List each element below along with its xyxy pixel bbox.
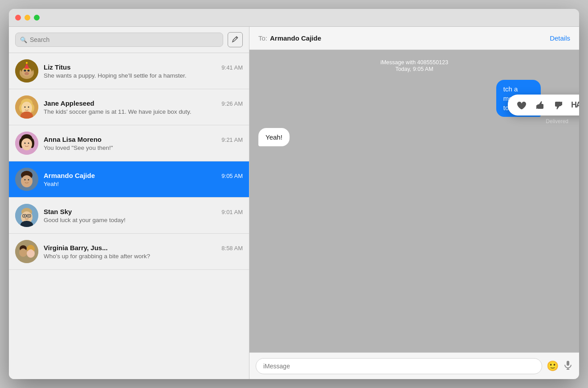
conv-info-anna-lisa-moreno: Anna Lisa Moreno 9:21 AM You loved "See …	[44, 136, 243, 151]
conv-name: Virginia Barry, Jus...	[44, 244, 108, 252]
conversation-item-stan-sky[interactable]: Stan Sky 9:01 AM Good luck at your game …	[9, 198, 249, 234]
message-bubble-received: Yeah!	[258, 128, 290, 146]
conv-name: Liz Titus	[44, 63, 71, 71]
tapback-popup: HAHA !! ?	[508, 95, 579, 116]
svg-rect-51	[567, 361, 569, 366]
audio-button[interactable]	[563, 360, 573, 372]
chat-messages: iMessage with 4085550123 Today, 9:05 AM	[249, 50, 579, 352]
conversation-item-jane-appleseed[interactable]: Jane Appleseed 9:26 AM The kids' soccer …	[9, 89, 249, 125]
chat-date: Today, 9:05 AM	[258, 66, 570, 72]
to-label: To:	[258, 34, 267, 42]
microphone-icon	[563, 360, 573, 372]
conv-name: Armando Cajide	[44, 172, 95, 179]
svg-point-50	[27, 249, 34, 257]
conversation-item-liz-titus[interactable]: Liz Titus 9:41 AM She wants a puppy. Hop…	[9, 53, 249, 89]
avatar-liz-titus	[15, 59, 38, 83]
svg-point-47	[20, 248, 27, 256]
svg-point-25	[21, 138, 32, 150]
conv-info-stan-sky: Stan Sky 9:01 AM Good luck at your game …	[44, 208, 243, 223]
emoji-icon: 🙂	[547, 360, 559, 372]
conv-info-virginia-barry: Virginia Barry, Jus... 8:58 AM Who's up …	[44, 244, 243, 260]
avatar-stan-sky	[15, 204, 38, 227]
tapback-heart-icon[interactable]	[515, 99, 527, 111]
message-input[interactable]	[256, 358, 542, 374]
minimize-button[interactable]	[24, 15, 30, 21]
search-bar[interactable]: 🔍	[15, 33, 223, 47]
svg-point-31	[21, 175, 32, 187]
conversation-item-anna-lisa-moreno[interactable]: Anna Lisa Moreno 9:21 AM You loved "See …	[9, 125, 249, 161]
emoji-button[interactable]: 🙂	[547, 360, 559, 372]
close-button[interactable]	[15, 15, 21, 21]
conv-name: Stan Sky	[44, 208, 72, 215]
details-button[interactable]: Details	[550, 34, 570, 42]
conv-name: Jane Appleseed	[44, 99, 94, 107]
sidebar-header: 🔍	[9, 27, 249, 53]
chat-input-area: 🙂	[249, 352, 579, 379]
conv-info-jane-appleseed: Jane Appleseed 9:26 AM The kids' soccer …	[44, 99, 243, 115]
conv-time: 9:41 AM	[221, 64, 243, 71]
conv-preview: The kids' soccer game is at 11. We have …	[44, 108, 243, 115]
search-icon: 🔍	[20, 37, 27, 43]
svg-point-26	[24, 143, 26, 144]
conversation-item-armando-cajide[interactable]: Armando Cajide 9:05 AM Yeah!	[9, 161, 249, 198]
svg-point-27	[28, 143, 29, 144]
conv-name: Anna Lisa Moreno	[44, 136, 102, 143]
message-row-received: Yeah!	[258, 128, 570, 146]
sidebar: 🔍	[9, 27, 249, 379]
chat-recipient-name: Armando Cajide	[270, 34, 321, 42]
title-bar	[9, 9, 579, 27]
search-input[interactable]	[30, 36, 218, 43]
svg-point-41	[24, 215, 25, 216]
svg-point-6	[28, 70, 30, 72]
chat-header: To: Armando Cajide Details	[249, 27, 579, 50]
conv-preview: Who's up for grabbing a bite after work?	[44, 253, 243, 260]
avatar-virginia-barry	[15, 240, 38, 263]
conv-preview: You loved "See you then!"	[44, 144, 243, 151]
chat-subtitle: iMessage with 4085550123	[258, 59, 570, 66]
conv-preview: She wants a puppy. Hoping she'll settle …	[44, 72, 243, 79]
conv-preview: Yeah!	[44, 181, 243, 187]
chat-date-header: iMessage with 4085550123 Today, 9:05 AM	[258, 59, 570, 73]
conv-info-liz-titus: Liz Titus 9:41 AM She wants a puppy. Hop…	[44, 63, 243, 79]
avatar-armando-cajide	[15, 168, 38, 191]
svg-point-42	[29, 215, 29, 216]
svg-point-33	[28, 179, 29, 181]
conv-info-armando-cajide: Armando Cajide 9:05 AM Yeah!	[44, 172, 243, 187]
avatar-jane-appleseed	[15, 95, 38, 119]
maximize-button[interactable]	[34, 15, 40, 21]
traffic-lights	[15, 15, 40, 21]
tapback-haha-icon[interactable]: HAHA	[571, 100, 579, 110]
conv-time: 9:05 AM	[221, 173, 243, 179]
conversation-item-virginia-barry[interactable]: Virginia Barry, Jus... 8:58 AM Who's up …	[9, 234, 249, 270]
svg-point-9	[26, 62, 28, 64]
main-content: 🔍	[9, 27, 579, 379]
tapback-thumbsdown-icon[interactable]	[552, 99, 565, 111]
svg-point-5	[24, 70, 26, 72]
avatar-anna-lisa-moreno	[15, 132, 38, 155]
conv-time: 9:26 AM	[221, 100, 243, 107]
messages-window: 🔍	[9, 9, 579, 379]
svg-point-17	[24, 107, 26, 108]
svg-point-18	[28, 107, 29, 108]
tapback-thumbsup-icon[interactable]	[534, 99, 546, 111]
conv-time: 9:01 AM	[221, 209, 243, 215]
svg-point-32	[24, 179, 26, 181]
chat-to: To: Armando Cajide	[258, 34, 321, 42]
chat-area: To: Armando Cajide Details iMessage with…	[249, 27, 579, 379]
conv-time: 8:58 AM	[221, 245, 243, 252]
delivered-status: Delivered	[496, 118, 568, 124]
compose-button[interactable]	[228, 32, 243, 47]
conversation-list: Liz Titus 9:41 AM She wants a puppy. Hop…	[9, 53, 249, 379]
svg-point-7	[24, 72, 29, 75]
conv-time: 9:21 AM	[221, 136, 243, 143]
conv-preview: Good luck at your game today!	[44, 217, 243, 223]
compose-icon	[232, 36, 239, 44]
